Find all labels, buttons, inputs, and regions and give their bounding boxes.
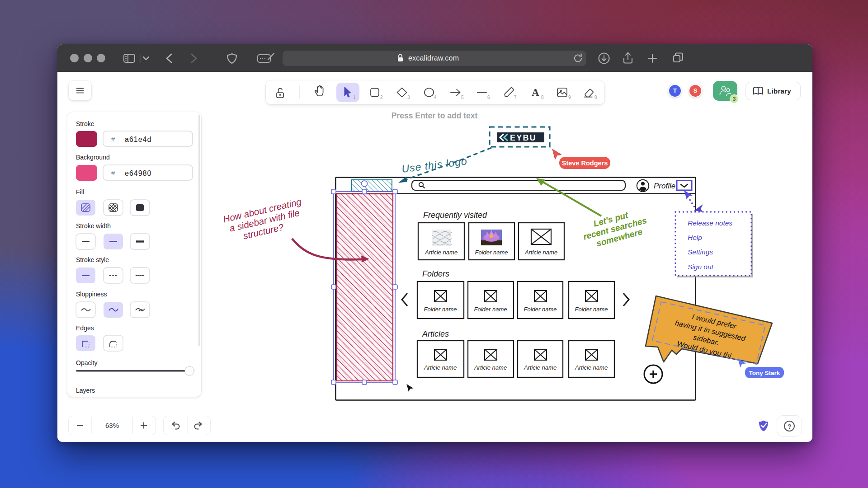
svg-text:7: 7: [514, 95, 517, 100]
svg-text:Stroke width: Stroke width: [76, 222, 111, 230]
svg-text:Layers: Layers: [76, 387, 95, 394]
svg-text:6: 6: [487, 95, 490, 100]
svg-text:e64980: e64980: [125, 169, 151, 177]
svg-text:Fill: Fill: [76, 188, 84, 196]
svg-text:a61e4d: a61e4d: [125, 136, 151, 143]
svg-text:3: 3: [407, 95, 410, 100]
svg-text:8: 8: [541, 95, 544, 100]
svg-text:#: #: [111, 169, 115, 177]
svg-text:?: ?: [788, 423, 792, 430]
svg-text:2: 2: [380, 95, 383, 100]
svg-text:9: 9: [568, 95, 571, 100]
svg-text:Stroke style: Stroke style: [76, 256, 109, 263]
svg-text:Stroke: Stroke: [76, 120, 94, 127]
svg-text:5: 5: [461, 95, 464, 100]
svg-text:1: 1: [353, 95, 356, 100]
svg-text:0: 0: [594, 95, 597, 100]
svg-text:A: A: [532, 87, 539, 98]
svg-text:Sloppiness: Sloppiness: [76, 291, 107, 298]
svg-text:Edges: Edges: [76, 324, 94, 332]
svg-text:#: #: [111, 135, 115, 143]
svg-text:Opacity: Opacity: [76, 359, 97, 366]
svg-text:63%: 63%: [105, 422, 119, 429]
svg-text:Library: Library: [767, 87, 791, 95]
svg-text:4: 4: [434, 95, 437, 100]
svg-text:Background: Background: [76, 154, 110, 161]
